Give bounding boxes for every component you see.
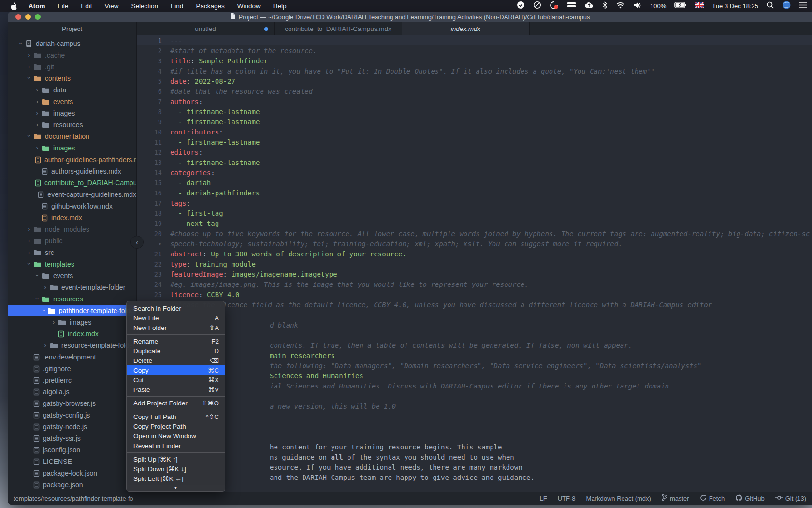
- tree-folder-contents[interactable]: ›contents: [8, 73, 136, 84]
- cloud-upload-icon[interactable]: [584, 1, 594, 10]
- status-markdown-react-mdx-[interactable]: Markdown React (mdx): [586, 495, 651, 502]
- chevron-right-icon[interactable]: ›: [26, 63, 32, 70]
- tree-file-gatsby-node-js[interactable]: gatsby-node.js: [8, 421, 136, 433]
- status-utf-8[interactable]: UTF-8: [558, 495, 576, 502]
- tab-untitled[interactable]: untitled: [137, 22, 275, 35]
- tree-file-contribute-to-dariah-campus-mdx[interactable]: contribute_to_DARIAH-Campus.mdx: [8, 177, 136, 189]
- context-menu-scroll-down-indicator[interactable]: ▼: [127, 485, 225, 491]
- tree-folder-resources[interactable]: ›resources: [8, 293, 136, 305]
- tree-folder-data[interactable]: ›data: [8, 84, 136, 96]
- context-menu-item-add-project-folder[interactable]: Add Project Folder⇧⌘O: [127, 398, 225, 408]
- title-bar[interactable]: Project — ~/Google Drive/TCD Work/DARIAH…: [8, 12, 812, 22]
- tree-folder-events[interactable]: ›events: [8, 270, 136, 282]
- chevron-right-icon[interactable]: ›: [34, 109, 41, 117]
- status-master[interactable]: master: [662, 494, 689, 503]
- tree-file-authors-guidelines-mdx[interactable]: authors-guidelines.mdx: [8, 165, 136, 177]
- volume-icon[interactable]: [633, 2, 642, 10]
- tree-file-gatsby-config-js[interactable]: gatsby-config.js: [8, 409, 136, 421]
- menubar-item-atom[interactable]: Atom: [29, 2, 45, 10]
- tree-folder-node-modules[interactable]: ›node_modules: [8, 224, 136, 235]
- chevron-right-icon[interactable]: ›: [50, 318, 57, 326]
- menubar-item-selection[interactable]: Selection: [131, 2, 159, 10]
- tree-file-github-workflow-mdx[interactable]: github-workflow.mdx: [8, 200, 136, 212]
- tree-folder-events[interactable]: ›events: [8, 96, 136, 107]
- search-icon[interactable]: [767, 1, 774, 11]
- tree-file-jsconfig-json[interactable]: jsconfig.json: [8, 444, 136, 456]
- menubar-item-window[interactable]: Window: [237, 2, 261, 10]
- wifi-icon[interactable]: [616, 2, 625, 10]
- editor-pane[interactable]: 1---2#start of metadata for the resource…: [137, 35, 812, 492]
- globe-icon[interactable]: [783, 1, 791, 11]
- tree-file-algolia-js[interactable]: algolia.js: [8, 386, 136, 398]
- tree-file--prettierrc[interactable]: .prettierrc: [8, 374, 136, 386]
- tree-file-index-mdx[interactable]: index.mdx: [8, 328, 136, 340]
- context-menu-item-new-file[interactable]: New FileA: [127, 313, 225, 323]
- menubar-item-file[interactable]: File: [58, 2, 69, 10]
- input-language-flag-icon[interactable]: [695, 2, 704, 10]
- chevron-down-icon[interactable]: ›: [26, 75, 33, 81]
- tree-folder--cache[interactable]: ›.cache: [8, 49, 136, 61]
- context-menu-item-paste[interactable]: Paste⌘V: [127, 385, 225, 394]
- chevron-right-icon[interactable]: ›: [26, 249, 32, 256]
- tree-file-gatsby-browser-js[interactable]: gatsby-browser.js: [8, 398, 136, 409]
- chevron-right-icon[interactable]: ›: [42, 284, 49, 291]
- context-menu-item-cut[interactable]: Cut⌘X: [127, 375, 225, 385]
- tab-modified-indicator[interactable]: [264, 27, 268, 31]
- chevron-right-icon[interactable]: ›: [26, 51, 32, 59]
- chevron-down-icon[interactable]: ›: [34, 272, 41, 279]
- tree-folder-resources[interactable]: ›resources: [8, 119, 136, 131]
- tree-file-gatsby-ssr-js[interactable]: gatsby-ssr.js: [8, 433, 136, 444]
- context-menu-item-rename[interactable]: RenameF2: [127, 336, 225, 346]
- context-menu-item-duplicate[interactable]: DuplicateD: [127, 346, 225, 356]
- tree-folder-resource-template-folder[interactable]: ›resource-template-folder: [8, 340, 136, 351]
- context-menu-item-new-folder[interactable]: New Folder⇧A: [127, 323, 225, 332]
- tab-contribute-to-dariah-campus-mdx[interactable]: contribute_to_DARIAH-Campus.mdx: [275, 22, 402, 35]
- chevron-right-icon[interactable]: ›: [34, 144, 41, 151]
- tree-folder-pathfinder-template-folder[interactable]: ›pathfinder-template-folder: [8, 305, 136, 316]
- bluetooth-icon[interactable]: [602, 1, 608, 11]
- chevron-right-icon[interactable]: ›: [34, 86, 41, 93]
- status-git-13-[interactable]: Git (13): [775, 495, 806, 502]
- menubar-clock[interactable]: Tue 3 Dec 18:25: [712, 2, 758, 10]
- list-icon[interactable]: [799, 2, 807, 10]
- chevron-right-icon[interactable]: ›: [34, 121, 41, 128]
- chevron-down-icon[interactable]: ›: [34, 295, 41, 302]
- context-menu-item-split-up-k-[interactable]: Split Up [⌘K ↑]: [127, 454, 225, 464]
- chevron-right-icon[interactable]: ›: [26, 237, 32, 244]
- check-circle-icon[interactable]: [517, 1, 525, 11]
- tree-file-package-lock-json[interactable]: package-lock.json: [8, 467, 136, 479]
- tab-index-mdx[interactable]: index.mdx: [402, 22, 530, 35]
- window-stack-icon[interactable]: [567, 1, 576, 10]
- context-menu-item-split-down-k-[interactable]: Split Down [⌘K ↓]: [127, 464, 225, 474]
- tree-view-collapse-handle[interactable]: ‹: [130, 236, 144, 249]
- menubar-item-view[interactable]: View: [105, 2, 119, 10]
- chevron-down-icon[interactable]: ›: [17, 40, 25, 46]
- screen-record-icon[interactable]: [550, 1, 559, 11]
- context-menu-item-search-in-folder[interactable]: Search in Folder: [127, 303, 225, 313]
- tree-file-index-mdx[interactable]: index.mdx: [8, 212, 136, 224]
- menubar-item-find[interactable]: Find: [171, 2, 183, 10]
- context-menu-item-copy-full-path[interactable]: Copy Full Path^⇧C: [127, 412, 225, 421]
- context-menu-item-delete[interactable]: Delete⌫: [127, 356, 225, 365]
- tree-folder-images[interactable]: ›images: [8, 142, 136, 154]
- do-not-disturb-icon[interactable]: [533, 1, 541, 11]
- tree-folder-images[interactable]: ›images: [8, 107, 136, 119]
- menubar-item-help[interactable]: Help: [273, 2, 287, 10]
- chevron-down-icon[interactable]: ›: [41, 308, 48, 313]
- chevron-right-icon[interactable]: ›: [42, 342, 49, 349]
- menubar-item-packages[interactable]: Packages: [196, 2, 224, 10]
- context-menu-item-split-left-k-[interactable]: Split Left [⌘K ←]: [127, 474, 225, 483]
- tree-folder-documentation[interactable]: ›documentation: [8, 131, 136, 142]
- chevron-down-icon[interactable]: ›: [26, 260, 33, 267]
- tree-folder-images[interactable]: ›images: [8, 316, 136, 328]
- tree-folder-src[interactable]: ›src: [8, 247, 136, 258]
- tree-folder-dariah-campus[interactable]: ›dariah-campus: [8, 38, 136, 49]
- status-github[interactable]: GitHub: [735, 494, 764, 503]
- apple-icon[interactable]: [10, 2, 17, 10]
- context-menu-item-copy-project-path[interactable]: Copy Project Path: [127, 421, 225, 431]
- tree-file-event-capture-guidelines-mdx[interactable]: event-capture-guidelines.mdx: [8, 189, 136, 200]
- status-fetch[interactable]: Fetch: [700, 494, 725, 503]
- tree-file-package-json[interactable]: package.json: [8, 479, 136, 491]
- context-menu-item-copy[interactable]: Copy⌘C: [127, 365, 225, 375]
- tree-folder-templates[interactable]: ›templates: [8, 258, 136, 270]
